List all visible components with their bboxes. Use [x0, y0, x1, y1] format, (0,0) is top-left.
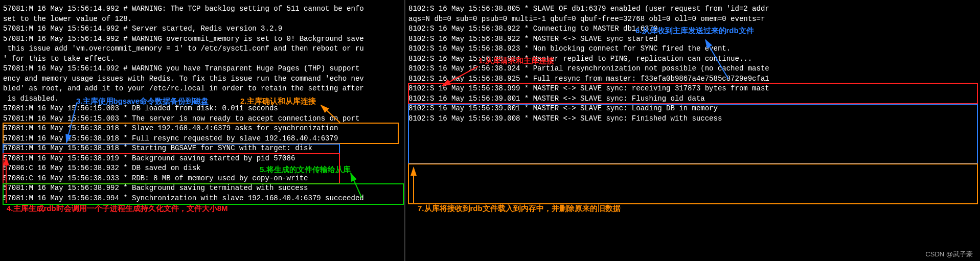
- term-line: this issue add 'vm.overcommit_memory = 1…: [3, 44, 401, 54]
- term-line: 57081:M 16 May 15:56:14.992 # WARNING ov…: [3, 34, 401, 44]
- annotation-1: 1.从库请求和主库连接: [478, 56, 554, 66]
- annotation-7: 7.从库将接收到rdb文件载入到内存中，并删除原来的旧数据: [418, 204, 621, 213]
- term-line: aqs=N db=0 sub=0 psub=0 multi=-1 qbuf=0 …: [408, 14, 977, 25]
- annotation-6: 6.从库收到主库发送过来的rdb文件: [635, 26, 754, 36]
- term-line: 57086:C 16 May 15:56:38.933 * RDB: 8 MB …: [3, 174, 401, 184]
- annotation-5: 5.将生成的文件传输给从库: [260, 165, 351, 175]
- term-line: 57081:M 16 May 15:56:38.918 * Starting B…: [3, 144, 401, 154]
- term-line: 8102:S 16 May 15:56:39.001 * MASTER <-> …: [408, 104, 977, 114]
- term-line: 57081:M 16 May 15:56:14.992 # WARNING: T…: [3, 4, 401, 14]
- term-line: 8102:S 16 May 15:56:38.925 * Full resync…: [408, 74, 977, 84]
- term-line: 57081:M 16 May 15:56:15.003 * The server…: [3, 114, 401, 124]
- term-line: 57081:M 16 May 15:56:38.992 * Background…: [3, 183, 401, 194]
- watermark: CSDN @武子豪: [925, 250, 973, 259]
- term-line: 57081:M 16 May 15:56:14.992 # WARNING yo…: [3, 64, 401, 74]
- term-line: bled' as root, and add it to your /etc/r…: [3, 84, 401, 94]
- term-line: 8102:S 16 May 15:56:38.923 * Non blockin…: [408, 44, 977, 54]
- term-line: ' for this to take effect.: [3, 54, 401, 64]
- term-line: 8102:S 16 May 15:56:38.805 * SLAVE OF db…: [408, 4, 977, 14]
- annotation-2: 2.主库确认和从库连接: [240, 97, 316, 106]
- term-line: 57081:M 16 May 15:56:14.992 # Server sta…: [3, 24, 401, 34]
- term-line: 57081:M 16 May 15:56:38.918 * Full resyn…: [3, 134, 401, 144]
- term-line: 57081:M 16 May 15:56:38.918 * Slave 192.…: [3, 124, 401, 134]
- left-terminal: 57081:M 16 May 15:56:14.992 # WARNING: T…: [0, 0, 404, 261]
- annotation-4: 4.主库生成rdb时会调用一个子进程生成持久化文件，文件大小8M: [7, 204, 228, 213]
- right-terminal: 8102:S 16 May 15:56:38.805 * SLAVE OF db…: [405, 0, 980, 261]
- term-line: 8102:S 16 May 15:56:39.001 * MASTER <-> …: [408, 94, 977, 104]
- term-line: 8102:S 16 May 15:56:38.999 * MASTER <-> …: [408, 84, 977, 94]
- annotation-3: 3.主库使用bgsave命令数据备份到磁盘: [76, 97, 209, 106]
- term-line: 8102:S 16 May 15:56:39.008 * MASTER <-> …: [408, 114, 977, 124]
- term-line: 57081:M 16 May 15:56:38.919 * Background…: [3, 154, 401, 164]
- term-line: ency and memory usage issues with Redis.…: [3, 74, 401, 84]
- term-line: set to the lower value of 128.: [3, 14, 401, 25]
- term-line: 57081:M 16 May 15:56:38.994 * Synchroniz…: [3, 194, 401, 204]
